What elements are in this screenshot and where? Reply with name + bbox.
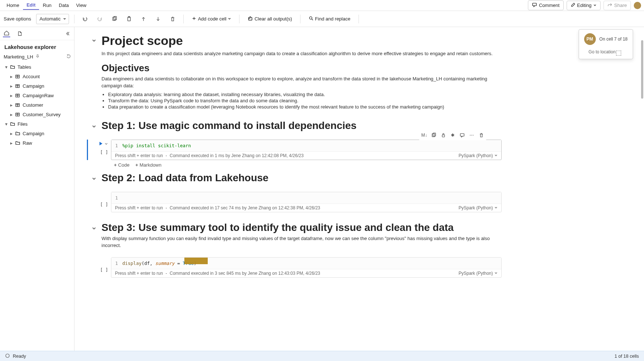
code-body[interactable]: 1 %pip install scikit-learn Press shift … bbox=[111, 140, 502, 160]
share-button[interactable]: Share bbox=[603, 1, 631, 10]
cell-delete-button[interactable] bbox=[477, 131, 486, 140]
lakehouse-tab-icon[interactable] bbox=[3, 30, 10, 37]
heading: Step 3: Use summary tool to identify the… bbox=[101, 222, 502, 233]
code-body[interactable]: 1 Press shift + enter to run - Command e… bbox=[111, 192, 502, 212]
share-label: Share bbox=[614, 3, 627, 8]
tree-node-table[interactable]: ▸ Account bbox=[0, 72, 74, 81]
menu-view[interactable]: View bbox=[73, 1, 90, 10]
collaborator-avatar[interactable]: PM bbox=[584, 33, 596, 45]
sidebar-tabs bbox=[0, 27, 74, 40]
cell-snowflake-button[interactable]: ✱ bbox=[448, 131, 457, 140]
table-name: CampaignRaw bbox=[23, 93, 54, 98]
collaborator-popover: PM On cell 7 of 18 Go to location ⬚ bbox=[579, 29, 633, 59]
add-code-button[interactable]: +Code bbox=[114, 162, 130, 168]
paste-button[interactable] bbox=[123, 14, 134, 24]
menu-data[interactable]: Data bbox=[55, 1, 72, 10]
redo-button[interactable] bbox=[94, 14, 105, 24]
editing-dropdown[interactable]: Editing bbox=[567, 1, 601, 10]
page-title: Project scope bbox=[101, 34, 502, 48]
undo-button[interactable] bbox=[80, 14, 91, 24]
code-text[interactable]: %pip install scikit-learn bbox=[122, 143, 191, 148]
code-cell[interactable]: [ ] 1 Press shift + enter to run - Comma… bbox=[89, 192, 502, 212]
collapse-section-icon[interactable] bbox=[89, 224, 99, 233]
table-name: Customer_Survey bbox=[23, 112, 61, 117]
go-to-location-link[interactable]: Go to location ⬚ bbox=[589, 47, 623, 55]
file-tab-icon[interactable] bbox=[16, 30, 23, 37]
plus-icon: + bbox=[114, 162, 117, 168]
app-menubar: Home Edit Run Data View Comment Editing … bbox=[0, 0, 644, 11]
menu-run[interactable]: Run bbox=[39, 1, 55, 10]
comment-button[interactable]: Comment bbox=[528, 0, 563, 10]
tree-node-table[interactable]: ▸ Customer_Survey bbox=[0, 110, 74, 119]
table-icon bbox=[15, 92, 20, 98]
cell-language-dropdown[interactable]: PySpark (Python) bbox=[459, 205, 498, 210]
save-options-dropdown[interactable]: Automatic bbox=[36, 14, 69, 24]
delete-button[interactable] bbox=[167, 14, 178, 24]
table-icon bbox=[15, 102, 20, 108]
notebook-scroll[interactable]: PM On cell 7 of 18 Go to location ⬚ Proj… bbox=[74, 27, 644, 351]
chevron-down-icon bbox=[228, 16, 231, 22]
svg-rect-14 bbox=[442, 135, 445, 137]
cell-gutter: [ ] bbox=[89, 257, 111, 278]
refresh-icon[interactable] bbox=[66, 54, 71, 60]
chevron-down-icon[interactable] bbox=[104, 141, 108, 147]
pin-icon[interactable] bbox=[35, 54, 40, 60]
cell-comment-button[interactable] bbox=[458, 131, 467, 140]
chevron-right-icon: ▸ bbox=[9, 93, 14, 98]
list-item: Data preparation to create a classificat… bbox=[108, 104, 502, 110]
line-number: 1 bbox=[115, 261, 122, 266]
cell-language-dropdown[interactable]: PySpark (Python) bbox=[459, 271, 498, 276]
menu-home[interactable]: Home bbox=[3, 1, 23, 10]
cell-language-dropdown[interactable]: PySpark (Python) bbox=[459, 153, 498, 158]
cell-more-button[interactable]: ⋯ bbox=[467, 131, 476, 140]
editing-label: Editing bbox=[577, 3, 592, 8]
chevron-right-icon: ▸ bbox=[9, 131, 14, 136]
folder-icon bbox=[15, 130, 20, 136]
line-number: 1 bbox=[115, 195, 122, 201]
menu-edit[interactable]: Edit bbox=[23, 1, 39, 10]
cell-convert-markdown-button[interactable]: M↓ bbox=[420, 131, 429, 140]
collapse-sidebar-icon[interactable] bbox=[64, 30, 71, 37]
scrollbar-thumb[interactable] bbox=[641, 40, 643, 99]
move-down-button[interactable] bbox=[153, 14, 164, 24]
cell-gutter: [ ] bbox=[89, 140, 111, 160]
find-replace-button[interactable]: Find and replace bbox=[306, 14, 353, 23]
clear-outputs-button[interactable]: Clear all output(s) bbox=[245, 14, 295, 24]
folder-icon bbox=[9, 121, 15, 127]
chevron-down-icon bbox=[593, 3, 597, 8]
cell-hint: Press shift + enter to run bbox=[115, 153, 163, 158]
cell-copy-button[interactable] bbox=[429, 131, 438, 140]
lakehouse-name-row[interactable]: Marketing_LH bbox=[0, 52, 74, 61]
collapse-section-icon[interactable] bbox=[89, 122, 99, 132]
markdown-cell[interactable]: Project scope In this project data engin… bbox=[101, 34, 502, 110]
tree-node-file-folder[interactable]: ▸ Raw bbox=[0, 138, 74, 148]
tree-node-table[interactable]: ▸ Campaign bbox=[0, 81, 74, 91]
move-up-button[interactable] bbox=[138, 14, 149, 24]
copy-button[interactable] bbox=[109, 14, 120, 24]
save-options-value: Automatic bbox=[39, 16, 61, 22]
list-item: Exploratory data analysis: learning abou… bbox=[108, 92, 502, 97]
heading: Step 1: Use magic command to install dep… bbox=[101, 120, 502, 132]
cell-lock-button[interactable] bbox=[439, 131, 448, 140]
notebook: Project scope In this project data engin… bbox=[85, 27, 516, 292]
avatar[interactable] bbox=[634, 2, 641, 9]
collapse-section-icon[interactable] bbox=[89, 36, 99, 45]
add-code-cell-dropdown[interactable]: Add code cell bbox=[189, 15, 234, 23]
tree-node-tables[interactable]: ▾ Tables bbox=[0, 62, 74, 72]
code-cell[interactable]: M↓ ✱ ⋯ [ ] bbox=[89, 140, 502, 160]
tree-node-files[interactable]: ▾ Files bbox=[0, 119, 74, 129]
collapse-section-icon[interactable] bbox=[89, 174, 99, 184]
cell-execution-indicator: [ ] bbox=[100, 267, 108, 273]
tree-node-table[interactable]: ▸ CampaignRaw bbox=[0, 91, 74, 100]
tree-node-table[interactable]: ▸ Customer bbox=[0, 100, 74, 110]
tree-node-file-folder[interactable]: ▸ Campaign bbox=[0, 129, 74, 138]
folder-name: Raw bbox=[23, 140, 32, 146]
table-name: Account bbox=[23, 74, 40, 79]
add-markdown-button[interactable]: +Markdown bbox=[135, 162, 162, 168]
heading: Step 2: Load data from Lakehouse bbox=[101, 172, 502, 184]
active-indicator bbox=[87, 140, 88, 160]
code-body[interactable]: 1 display(df, summary = True) Press shif… bbox=[111, 257, 502, 278]
code-cell[interactable]: [ ] 1 display(df, summary = True) Press … bbox=[89, 257, 502, 278]
run-cell-button[interactable] bbox=[99, 141, 103, 147]
files-label: Files bbox=[18, 121, 27, 127]
